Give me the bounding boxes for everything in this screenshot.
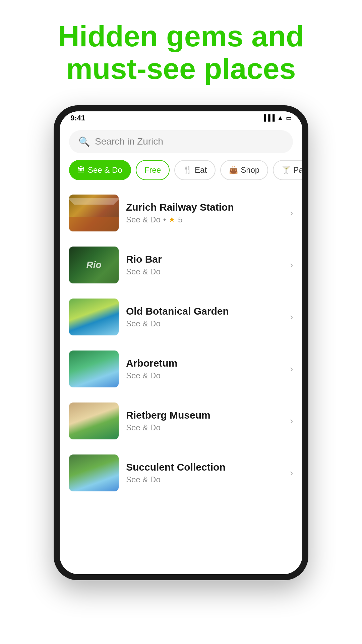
- item-name: Old Botanical Garden: [126, 306, 280, 317]
- item-category: See & Do: [126, 423, 161, 432]
- item-name: Succulent Collection: [126, 462, 280, 473]
- item-info: Rietberg Museum See & Do: [126, 410, 280, 432]
- filter-tab-eat[interactable]: 🍴 Eat: [174, 160, 216, 180]
- thumb-image: [69, 351, 119, 387]
- item-info: Arboretum See & Do: [126, 358, 280, 380]
- item-thumbnail-succulent: [69, 454, 119, 491]
- see-do-icon: 🏛: [78, 166, 85, 174]
- thumb-image: [69, 402, 119, 439]
- item-category: See & Do: [126, 267, 161, 276]
- filter-tab-shop[interactable]: 👜 Shop: [220, 160, 268, 180]
- filter-tab-party[interactable]: 🍸 Party: [273, 160, 302, 180]
- item-name: Zurich Railway Station: [126, 202, 280, 213]
- dot-separator: •: [163, 215, 166, 224]
- list-item[interactable]: Rio Bar See & Do ›: [60, 239, 302, 291]
- phone-frame: 9:41 ▐▐▐ ▲ ▭ 🔍 Search in Zurich 🏛 See &: [54, 105, 308, 580]
- filter-tab-see-do[interactable]: 🏛 See & Do: [69, 160, 131, 180]
- filter-tabs: 🏛 See & Do Free 🍴 Eat 👜 Shop 🍸 Party: [60, 160, 302, 187]
- search-input-placeholder[interactable]: Search in Zurich: [95, 136, 163, 147]
- item-info: Old Botanical Garden See & Do: [126, 306, 280, 328]
- item-info: Succulent Collection See & Do: [126, 462, 280, 484]
- status-icons: ▐▐▐ ▲ ▭: [262, 114, 292, 122]
- item-meta: See & Do • ★ 5: [126, 215, 280, 224]
- search-bar-container: 🔍 Search in Zurich: [60, 125, 302, 160]
- list-item[interactable]: Arboretum See & Do ›: [60, 343, 302, 395]
- item-name: Rietberg Museum: [126, 410, 280, 421]
- page-title: Hidden gems and must-see places: [27, 20, 335, 85]
- search-icon: 🔍: [78, 136, 90, 147]
- filter-tab-see-do-label: See & Do: [88, 165, 122, 175]
- star-icon: ★: [169, 215, 175, 224]
- page-header: Hidden gems and must-see places: [0, 0, 362, 99]
- item-meta: See & Do: [126, 371, 280, 380]
- thumb-image: [69, 195, 119, 231]
- item-category: See & Do: [126, 215, 161, 224]
- thumb-image: [69, 299, 119, 335]
- list-item[interactable]: Old Botanical Garden See & Do ›: [60, 291, 302, 343]
- item-info: Rio Bar See & Do: [126, 254, 280, 276]
- item-thumbnail-botanical: [69, 299, 119, 335]
- party-icon: 🍸: [282, 166, 291, 174]
- phone-wrapper: 9:41 ▐▐▐ ▲ ▭ 🔍 Search in Zurich 🏛 See &: [0, 99, 362, 600]
- chevron-right-icon: ›: [290, 260, 293, 270]
- places-list: Zurich Railway Station See & Do • ★ 5 ›: [60, 187, 302, 495]
- list-item[interactable]: Zurich Railway Station See & Do • ★ 5 ›: [60, 187, 302, 239]
- wifi-icon: ▲: [277, 114, 283, 121]
- chevron-right-icon: ›: [290, 468, 293, 478]
- item-meta: See & Do: [126, 267, 280, 276]
- item-meta: See & Do: [126, 319, 280, 328]
- thumb-image: [69, 454, 119, 491]
- item-meta: See & Do: [126, 475, 280, 484]
- status-time: 9:41: [70, 114, 85, 122]
- item-info: Zurich Railway Station See & Do • ★ 5: [126, 202, 280, 224]
- item-rating: 5: [178, 215, 182, 224]
- shop-icon: 👜: [229, 166, 238, 174]
- item-thumbnail-arboretum: [69, 351, 119, 387]
- phone-screen: 9:41 ▐▐▐ ▲ ▭ 🔍 Search in Zurich 🏛 See &: [60, 111, 302, 574]
- search-bar[interactable]: 🔍 Search in Zurich: [69, 130, 293, 153]
- battery-icon: ▭: [286, 114, 292, 122]
- filter-tab-shop-label: Shop: [241, 165, 259, 175]
- item-category: See & Do: [126, 319, 161, 328]
- signal-icon: ▐▐▐: [262, 114, 275, 121]
- item-name: Rio Bar: [126, 254, 280, 265]
- chevron-right-icon: ›: [290, 312, 293, 322]
- thumb-image: [69, 247, 119, 283]
- chevron-right-icon: ›: [290, 208, 293, 218]
- filter-tab-free-label: Free: [144, 165, 161, 175]
- item-meta: See & Do: [126, 423, 280, 432]
- status-bar: 9:41 ▐▐▐ ▲ ▭: [60, 111, 302, 125]
- item-category: See & Do: [126, 475, 161, 484]
- item-name: Arboretum: [126, 358, 280, 369]
- list-item[interactable]: Rietberg Museum See & Do ›: [60, 395, 302, 447]
- filter-tab-eat-label: Eat: [195, 165, 207, 175]
- filter-tab-party-label: Party: [293, 165, 302, 175]
- item-thumbnail-rietberg: [69, 402, 119, 439]
- item-thumbnail-rio-bar: [69, 247, 119, 283]
- item-thumbnail-zurich-railway: [69, 195, 119, 231]
- chevron-right-icon: ›: [290, 416, 293, 426]
- item-category: See & Do: [126, 371, 161, 380]
- eat-icon: 🍴: [183, 166, 192, 174]
- chevron-right-icon: ›: [290, 364, 293, 374]
- filter-tab-free[interactable]: Free: [136, 160, 170, 180]
- list-item[interactable]: Succulent Collection See & Do ›: [60, 447, 302, 495]
